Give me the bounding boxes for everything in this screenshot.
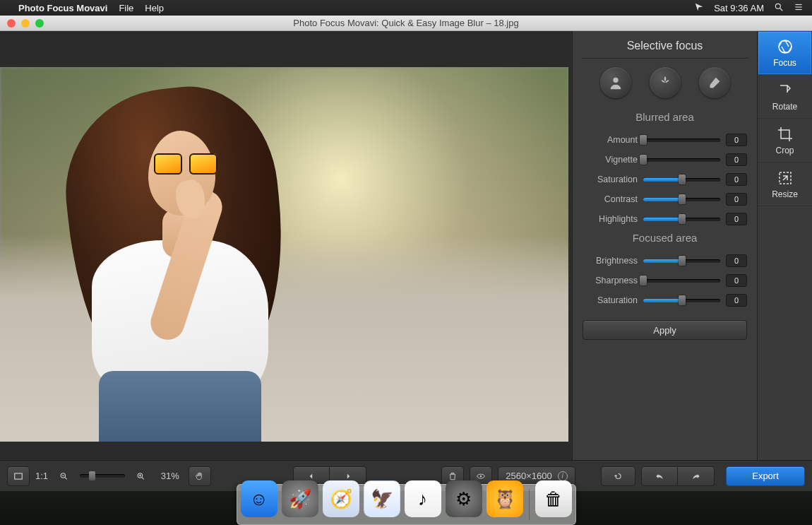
dock-safari-icon[interactable]: 🧭 xyxy=(323,480,359,517)
focused-area-title: Focused area xyxy=(573,232,757,244)
blurred-track-vignette[interactable] xyxy=(643,158,720,162)
app-window: Photo Focus Movavi: Quick & Easy Image B… xyxy=(0,16,812,491)
blurred-slider-contrast: Contrast0 xyxy=(573,189,757,209)
focused-label-brightness: Brightness xyxy=(583,256,638,266)
revert-button[interactable] xyxy=(601,466,635,486)
app-name[interactable]: Photo Focus Movavi xyxy=(18,3,107,13)
window-close-button[interactable] xyxy=(7,19,16,28)
tool-label-resize: Resize xyxy=(772,189,798,199)
right-toolbar: FocusRotateCropResize xyxy=(757,31,812,460)
svg-line-1 xyxy=(780,8,783,11)
dimensions-text: 2560×1600 xyxy=(506,471,551,481)
blurred-slider-amount: Amount0 xyxy=(573,130,757,150)
svg-point-5 xyxy=(613,78,618,83)
blurred-value-contrast[interactable]: 0 xyxy=(726,193,747,206)
image-preview[interactable] xyxy=(0,67,568,442)
focused-label-saturation: Saturation xyxy=(583,295,638,305)
focused-track-sharpness[interactable] xyxy=(643,279,720,283)
focused-slider-sharpness: Sharpness0 xyxy=(573,271,757,290)
blurred-area-title: Blurred area xyxy=(573,111,757,123)
macos-menubar: Photo Focus Movavi File Help Sat 9:36 AM xyxy=(0,0,812,16)
blurred-value-highlights[interactable]: 0 xyxy=(726,213,747,225)
dock-finder-icon[interactable]: ☺ xyxy=(241,480,277,517)
focused-value-sharpness[interactable]: 0 xyxy=(726,274,747,287)
tool-label-crop: Crop xyxy=(775,146,794,155)
menu-help[interactable]: Help xyxy=(145,3,164,13)
canvas-area xyxy=(0,31,572,460)
mode-portrait-button[interactable] xyxy=(600,67,631,98)
dock-mail-icon[interactable]: 🦅 xyxy=(364,480,400,517)
blurred-label-vignette: Vignette xyxy=(583,155,638,165)
svg-line-15 xyxy=(143,477,145,479)
blurred-value-saturation[interactable]: 0 xyxy=(726,173,747,186)
zoom-out-button[interactable] xyxy=(54,466,74,486)
dock-area: ☺🚀🧭🦅♪⚙🦉🗑 xyxy=(0,491,812,525)
dock-settings-icon[interactable]: ⚙ xyxy=(446,480,482,517)
window-maximize-button[interactable] xyxy=(35,19,44,28)
dock-owl-icon[interactable]: 🦉 xyxy=(486,480,523,517)
fit-1to1-label[interactable]: 1:1 xyxy=(35,471,48,481)
tool-focus[interactable]: Focus xyxy=(758,31,812,75)
zoom-slider[interactable] xyxy=(80,474,126,478)
dock-music-icon[interactable]: ♪ xyxy=(405,480,441,517)
svg-rect-8 xyxy=(15,473,23,478)
pan-hand-button[interactable] xyxy=(189,466,211,486)
redo-button[interactable] xyxy=(678,466,715,486)
mode-macro-button[interactable] xyxy=(650,67,681,98)
blurred-slider-vignette: Vignette0 xyxy=(573,150,757,170)
menu-file[interactable]: File xyxy=(119,3,133,13)
blurred-track-amount[interactable] xyxy=(643,138,720,142)
tool-crop[interactable]: Crop xyxy=(758,119,812,163)
apply-button[interactable]: Apply xyxy=(583,320,747,340)
focused-label-sharpness: Sharpness xyxy=(583,276,638,285)
info-icon[interactable]: i xyxy=(558,471,568,481)
focused-track-brightness[interactable] xyxy=(643,259,720,263)
tool-label-focus: Focus xyxy=(773,58,796,68)
tool-label-rotate: Rotate xyxy=(772,102,797,112)
blurred-label-contrast: Contrast xyxy=(583,194,638,204)
dock-trash-icon[interactable]: 🗑 xyxy=(535,480,572,517)
zoom-percent: 31% xyxy=(157,471,183,481)
svg-point-17 xyxy=(480,475,482,476)
mode-brush-button[interactable] xyxy=(699,67,730,98)
blurred-label-saturation: Saturation xyxy=(583,175,638,184)
fit-screen-button[interactable] xyxy=(7,466,30,486)
tool-rotate[interactable]: Rotate xyxy=(758,75,812,119)
menu-list-icon[interactable] xyxy=(794,2,804,14)
window-minimize-button[interactable] xyxy=(21,19,30,28)
blurred-track-contrast[interactable] xyxy=(643,198,720,201)
spotlight-icon[interactable] xyxy=(774,2,784,14)
dock: ☺🚀🧭🦅♪⚙🦉🗑 xyxy=(237,484,576,525)
window-titlebar: Photo Focus Movavi: Quick & Easy Image B… xyxy=(0,16,812,31)
focused-slider-saturation: Saturation0 xyxy=(573,290,757,310)
panel-title: Selective focus xyxy=(573,40,757,52)
menubar-clock[interactable]: Sat 9:36 AM xyxy=(714,3,764,13)
blurred-value-amount[interactable]: 0 xyxy=(726,134,747,146)
blurred-slider-highlights: Highlights0 xyxy=(573,209,757,229)
blurred-track-highlights[interactable] xyxy=(643,218,720,221)
undo-button[interactable] xyxy=(641,466,678,486)
blurred-label-amount: Amount xyxy=(583,135,638,145)
blurred-slider-saturation: Saturation0 xyxy=(573,170,757,189)
zoom-in-button[interactable] xyxy=(131,466,151,486)
blurred-value-vignette[interactable]: 0 xyxy=(726,153,747,166)
input-icon[interactable] xyxy=(694,2,704,14)
focused-track-saturation[interactable] xyxy=(643,299,720,302)
dock-launchpad-icon[interactable]: 🚀 xyxy=(282,480,318,517)
window-title: Photo Focus Movavi: Quick & Easy Image B… xyxy=(0,18,812,28)
focused-value-brightness[interactable]: 0 xyxy=(726,254,747,267)
selective-focus-panel: Selective focus Blurred area Amount0Vign… xyxy=(572,31,757,460)
blurred-track-saturation[interactable] xyxy=(643,178,720,182)
focused-value-saturation[interactable]: 0 xyxy=(726,294,747,307)
blurred-label-highlights: Highlights xyxy=(583,214,638,224)
export-button[interactable]: Export xyxy=(726,466,805,486)
svg-line-11 xyxy=(65,477,67,479)
focused-slider-brightness: Brightness0 xyxy=(573,251,757,271)
tool-resize[interactable]: Resize xyxy=(758,163,812,206)
svg-point-0 xyxy=(775,4,780,8)
